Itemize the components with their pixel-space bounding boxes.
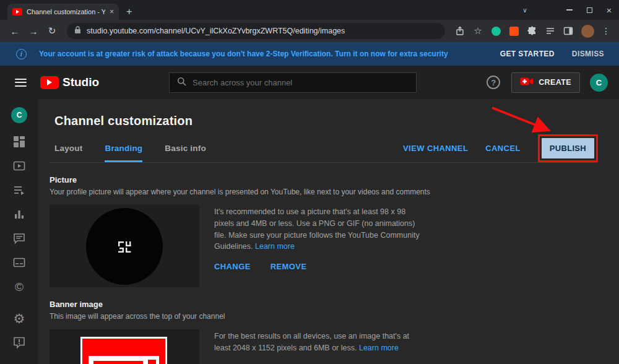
banner-recommendation: For the best results on all devices, use…: [214, 331, 425, 354]
forward-button[interactable]: →: [25, 26, 42, 37]
account-avatar[interactable]: C: [590, 74, 608, 92]
security-message: Your account is at greater risk of attac…: [39, 50, 483, 58]
browser-titlebar: Channel customization - YouTub × + ∨ ×: [0, 0, 619, 20]
hamburger-menu-icon[interactable]: [15, 79, 27, 87]
tabs: Layout Branding Basic info: [54, 134, 206, 162]
profile-picture: [86, 208, 163, 285]
tab-title: Channel customization - YouTub: [27, 8, 105, 15]
banner-section: Banner image This image will appear acro…: [50, 300, 598, 364]
lock-icon: [74, 25, 81, 37]
address-bar[interactable]: studio.youtube.com/channel/UCvY_ilCkXoZY…: [67, 23, 445, 39]
info-icon: i: [16, 49, 27, 59]
sidebar-channel-avatar[interactable]: C: [11, 107, 27, 123]
tabs-row: Layout Branding Basic info VIEW CHANNEL …: [50, 134, 598, 163]
sidebar-item-feedback[interactable]: [12, 335, 27, 350]
close-window-button[interactable]: ×: [599, 0, 619, 20]
sidebar-item-dashboard[interactable]: [12, 134, 27, 149]
channel-logo-mark: [116, 240, 132, 253]
banner-learn-more-link[interactable]: Learn more: [359, 344, 399, 352]
studio-logo-text: Studio: [63, 76, 99, 89]
youtube-favicon-icon: [12, 8, 22, 15]
dismiss-button[interactable]: DISMISS: [572, 50, 604, 58]
sidebar-item-copyright[interactable]: ©: [12, 279, 27, 294]
banner-image-preview: [50, 329, 199, 364]
picture-recommendation: It's recommended to use a picture that's…: [214, 206, 425, 253]
tab-branding[interactable]: Branding: [105, 134, 142, 162]
page-title: Channel customization: [54, 114, 598, 128]
search-icon: [177, 77, 186, 89]
sidebar-item-playlists[interactable]: [12, 183, 27, 197]
tab-basic-info[interactable]: Basic info: [165, 134, 206, 162]
view-channel-button[interactable]: VIEW CHANNEL: [403, 144, 468, 153]
sidebar-item-content[interactable]: [12, 158, 27, 173]
picture-heading: Picture: [50, 175, 598, 184]
youtube-studio-logo[interactable]: Studio: [40, 76, 99, 89]
main-content: Channel customization Layout Branding Ba…: [38, 99, 619, 364]
change-button[interactable]: CHANGE: [214, 262, 251, 271]
create-button[interactable]: CREATE: [511, 72, 580, 93]
minimize-button[interactable]: [560, 0, 579, 20]
browser-toolbar: ← → ↻ studio.youtube.com/channel/UCvY_il…: [0, 20, 619, 42]
page-actions: VIEW CHANNEL CANCEL PUBLISH: [403, 134, 598, 162]
publish-annotation-box: PUBLISH: [538, 134, 598, 162]
reload-button[interactable]: ↻: [43, 25, 61, 37]
studio-header: Studio ? CREATE C: [0, 66, 619, 99]
security-banner: i Your account is at greater risk of att…: [0, 42, 619, 66]
publish-button[interactable]: PUBLISH: [542, 138, 594, 158]
sidebar-item-settings[interactable]: ⚙: [12, 311, 27, 326]
side-panel-icon[interactable]: [560, 26, 576, 36]
tab-search-chevron-icon[interactable]: ∨: [515, 0, 535, 20]
sidebar-item-comments[interactable]: [12, 231, 27, 246]
channel-search-box[interactable]: [169, 72, 417, 93]
search-area: [99, 72, 487, 93]
new-tab-button[interactable]: +: [126, 7, 132, 17]
banner-art: [80, 337, 167, 364]
picture-section: Picture Your profile picture will appear…: [50, 175, 598, 287]
picture-description: Your profile picture will appear where y…: [50, 188, 598, 196]
window-controls: ∨ ×: [515, 0, 619, 20]
tab-layout[interactable]: Layout: [54, 134, 82, 162]
sidebar-item-subtitles[interactable]: [12, 255, 27, 270]
reading-list-icon[interactable]: [542, 26, 558, 36]
bookmark-star-icon[interactable]: ☆: [469, 25, 487, 37]
help-icon[interactable]: ?: [487, 76, 500, 89]
banner-art-red-panel: [93, 361, 143, 364]
picture-recommendation-text: It's recommended to use a picture that's…: [214, 207, 420, 251]
create-camera-icon: [520, 77, 534, 89]
browser-window: Channel customization - YouTub × + ∨ × ←…: [0, 0, 619, 364]
profile-picture-preview: [50, 205, 199, 287]
share-icon[interactable]: [451, 26, 468, 36]
sidebar-item-analytics[interactable]: [12, 207, 27, 222]
create-label: CREATE: [539, 78, 571, 87]
studio-sidebar: C © ⚙: [0, 99, 38, 364]
banner-heading: Banner image: [50, 300, 598, 309]
get-started-button[interactable]: GET STARTED: [500, 50, 555, 58]
search-input[interactable]: [193, 78, 409, 87]
browser-tab[interactable]: Channel customization - YouTub ×: [7, 4, 119, 20]
url-text: studio.youtube.com/channel/UCvY_ilCkXoZY…: [87, 27, 345, 35]
maximize-button[interactable]: [579, 0, 599, 20]
remove-button[interactable]: REMOVE: [271, 262, 307, 271]
banner-art-chip: [148, 360, 156, 364]
browser-menu-icon[interactable]: ⋮: [599, 26, 613, 36]
banner-description: This image will appear across the top of…: [50, 312, 598, 321]
grammarly-extension-icon[interactable]: [491, 27, 501, 36]
picture-learn-more-link[interactable]: Learn more: [255, 242, 295, 251]
youtube-logo-icon: [40, 76, 59, 89]
banner-art-white-panel: [89, 356, 159, 364]
browser-profile-avatar[interactable]: [581, 25, 594, 38]
tab-close-icon[interactable]: ×: [110, 7, 114, 16]
adblock-extension-icon[interactable]: [509, 27, 519, 36]
back-button[interactable]: ←: [6, 26, 24, 37]
cancel-button[interactable]: CANCEL: [485, 144, 521, 153]
extensions-puzzle-icon[interactable]: [524, 26, 540, 36]
